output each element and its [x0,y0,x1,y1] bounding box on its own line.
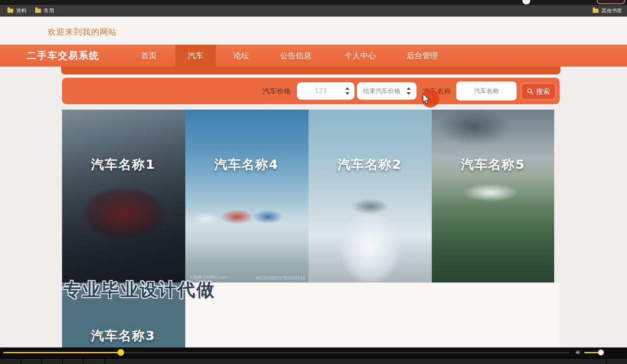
car-card-title: 汽车名称1 [91,156,156,173]
price-start-spinner[interactable] [345,87,350,95]
strip-divider [606,359,607,364]
car-card[interactable]: 汽车名称5 [432,110,554,283]
volume-icon[interactable] [575,350,582,355]
car-card-title: 汽车名称3 [91,327,156,345]
strip-divider [21,359,22,364]
player-bottom-strip [0,358,627,364]
other-bookmarks-label: 其他书签 [601,7,622,14]
search-button-label: 搜索 [536,87,550,96]
spinner-up-icon[interactable] [345,87,349,90]
strip-divider [41,359,42,364]
nav-item-home[interactable]: 首页 [134,45,163,67]
car-card-title: 汽车名称4 [214,156,279,173]
spinner-down-icon[interactable] [345,92,349,95]
promo-watermark-text: 专业毕业设计代做 [63,278,215,302]
volume-knob[interactable] [598,350,604,355]
price-end-spinner[interactable] [406,87,411,95]
car-card[interactable]: 汽车名称2 [309,110,432,283]
bookmark-label: 常用 [44,7,54,14]
bookmark-folder-materials[interactable]: 资料 [7,5,26,17]
spinner-down-icon[interactable] [407,92,411,95]
bookmarks-bar: 资料 常用 其他书签 [0,5,627,17]
strip-divider [105,359,105,364]
car-search-panel: 汽车价格 汽车名称 搜索 [62,78,560,104]
car-name-input[interactable] [456,81,517,101]
video-progress-bar[interactable] [3,352,569,353]
main-navbar: 二手车交易系统 首页 汽车 论坛 公告信息 个人中心 后台管理 [0,45,627,67]
content-top-strip [61,67,560,74]
video-progress-knob[interactable] [117,349,124,356]
strip-divider [83,359,84,364]
nav-item-admin[interactable]: 后台管理 [395,45,449,67]
spinner-up-icon[interactable] [407,87,411,90]
bookmark-folder-common[interactable]: 常用 [35,5,54,17]
nav-item-announcements[interactable]: 公告信息 [269,45,323,67]
volume-slider[interactable] [584,352,622,353]
nav-item-cars[interactable]: 汽车 [175,45,216,69]
nav-item-forum[interactable]: 论坛 [227,45,256,67]
mouse-cursor-icon [422,93,431,105]
car-card-title: 汽车名称5 [461,156,525,173]
browser-profile-button[interactable] [597,0,625,4]
price-label: 汽车价格 [263,86,291,96]
video-progress-fill [3,352,120,353]
strip-divider [62,359,63,364]
video-player-bar [0,347,627,358]
image-serial-number: NO:2016021700034516 [256,276,305,280]
car-card-title: 汽车名称2 [337,156,402,173]
search-button[interactable]: 搜索 [522,84,555,99]
folder-icon [7,9,13,13]
site-brand[interactable]: 二手车交易系统 [27,49,99,62]
site-header: 欢迎来到我的网站 [0,17,627,45]
folder-icon [593,9,598,13]
browser-address-bar [0,0,627,5]
nav-item-profile[interactable]: 个人中心 [333,45,387,67]
browser-avatar[interactable] [522,0,530,5]
other-bookmarks[interactable]: 其他书签 [593,5,622,17]
search-icon [527,88,534,95]
car-card[interactable]: 汽车名称4 大图网-DAIMG.com NO:2016021700034516 [185,110,309,283]
welcome-text: 欢迎来到我的网站 [48,26,117,38]
car-card[interactable]: 汽车名称1 [62,110,185,283]
folder-icon [35,9,41,13]
bookmark-label: 资料 [16,7,26,14]
content-background [185,283,560,347]
